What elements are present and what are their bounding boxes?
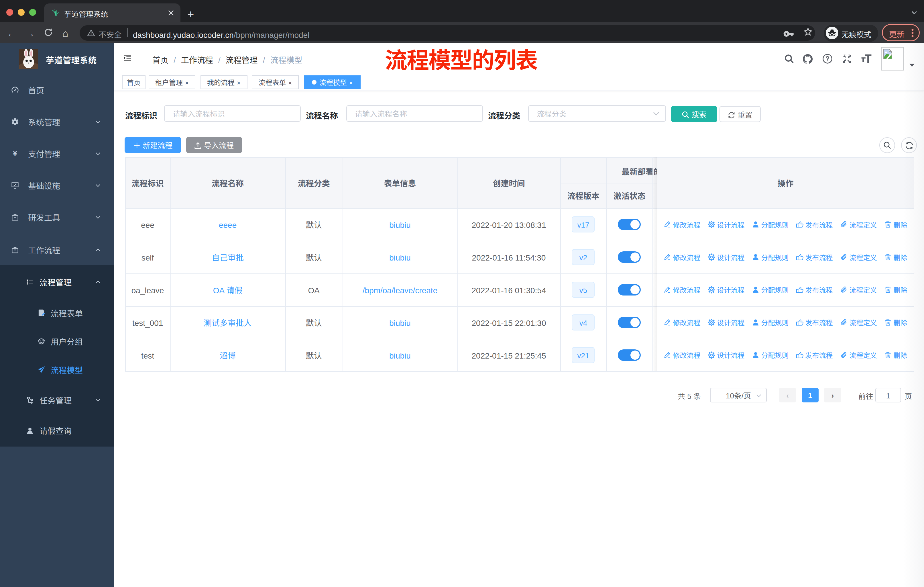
svg-text:¥: ¥ — [13, 150, 17, 158]
